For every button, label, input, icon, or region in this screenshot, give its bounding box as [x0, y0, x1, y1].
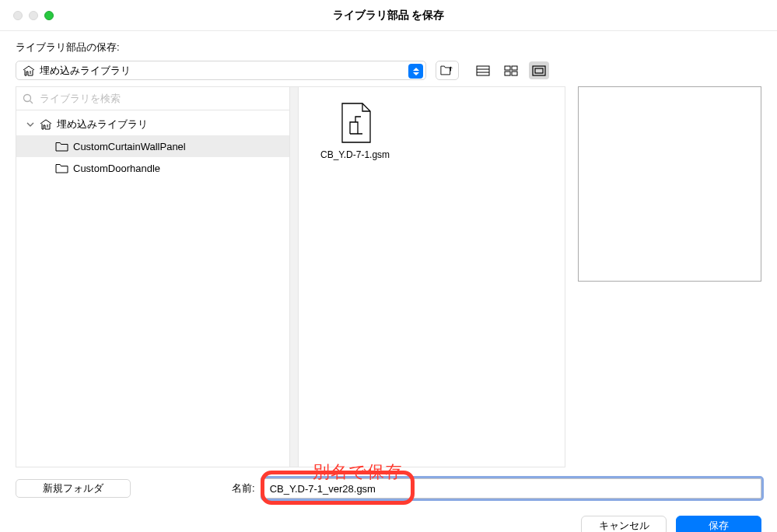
titlebar: ライブラリ部品 を保存: [0, 0, 777, 31]
svg-line-10: [30, 100, 33, 103]
gsm-file-icon: [339, 103, 372, 143]
annotation-text: 別名で保存: [313, 460, 403, 484]
preview-icon: [532, 65, 546, 76]
tree-item-label: CustomDoorhandle: [73, 163, 160, 174]
svg-point-9: [24, 94, 31, 101]
window-title: ライブラリ部品 を保存: [0, 9, 777, 23]
go-up-button[interactable]: [436, 61, 459, 80]
library-icon: [40, 119, 52, 130]
file-name-label: CB_Y.D-7-1.gsm: [320, 149, 390, 160]
svg-rect-0: [477, 66, 489, 75]
zoom-window-button[interactable]: [44, 11, 54, 20]
save-location-label: ライブラリ部品の保存:: [16, 40, 761, 54]
svg-rect-8: [535, 68, 543, 73]
library-tree: 埋め込みライブラリ CustomCurtainWallPanel CustomD…: [16, 110, 289, 467]
library-select-label: 埋め込みライブラリ: [40, 64, 131, 78]
view-grid-button[interactable]: [501, 61, 521, 79]
search-bar: [16, 87, 289, 110]
preview-panel: [578, 86, 761, 282]
folder-up-icon: [440, 65, 454, 76]
new-folder-button[interactable]: 新規フォルダ: [16, 479, 131, 498]
filename-label: 名前:: [131, 481, 255, 495]
cancel-button[interactable]: キャンセル: [581, 516, 667, 532]
select-arrows-icon: [408, 64, 423, 79]
svg-rect-4: [512, 66, 517, 70]
close-window-button[interactable]: [13, 11, 23, 20]
library-icon: [23, 65, 35, 76]
chevron-down-icon[interactable]: [26, 121, 35, 128]
library-tree-panel: 埋め込みライブラリ CustomCurtainWallPanel CustomD…: [16, 86, 290, 467]
tree-item-folder[interactable]: CustomCurtainWallPanel: [16, 135, 289, 157]
tree-root-item[interactable]: 埋め込みライブラリ: [16, 114, 289, 135]
tree-item-folder[interactable]: CustomDoorhandle: [16, 157, 289, 179]
tree-item-label: CustomCurtainWallPanel: [73, 141, 186, 152]
svg-rect-6: [512, 72, 517, 75]
file-browser-panel: CB_Y.D-7-1.gsm 別名で保存: [298, 86, 565, 467]
tree-item-label: 埋め込みライブラリ: [57, 117, 148, 131]
svg-rect-3: [505, 66, 510, 70]
minimize-window-button[interactable]: [29, 11, 38, 20]
file-item[interactable]: CB_Y.D-7-1.gsm: [313, 103, 398, 160]
toolbar: ライブラリ部品の保存: 埋め込みライブラリ: [0, 31, 777, 86]
list-icon: [476, 65, 490, 76]
folder-icon: [55, 163, 68, 173]
view-list-button[interactable]: [473, 61, 493, 79]
svg-rect-5: [505, 72, 510, 75]
grid-icon: [504, 65, 518, 76]
folder-icon: [55, 142, 68, 152]
library-select[interactable]: 埋め込みライブラリ: [16, 61, 426, 80]
search-icon: [23, 93, 33, 104]
window-controls: [13, 11, 54, 20]
panel-resizer[interactable]: [290, 86, 298, 467]
view-preview-button[interactable]: [529, 61, 549, 79]
search-input[interactable]: [40, 93, 283, 104]
save-button[interactable]: 保存: [676, 516, 761, 532]
